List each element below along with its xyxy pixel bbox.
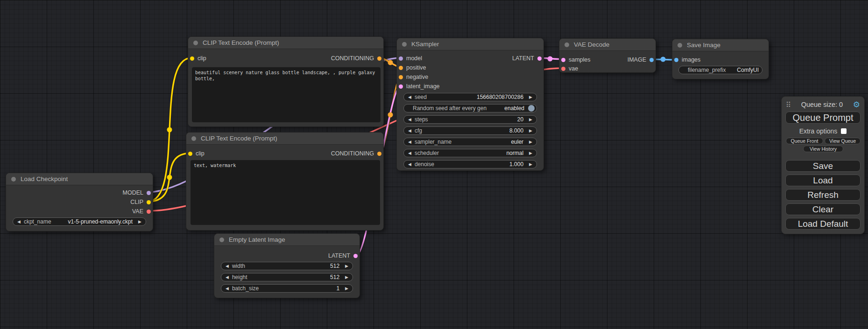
next-value-icon[interactable]: ▶ (136, 220, 143, 224)
output-slot-latent[interactable]: LATENT (512, 54, 542, 63)
input-slot-clip[interactable]: clip (190, 54, 206, 63)
slot-dot-conditioning[interactable] (399, 66, 403, 70)
node-title-bar[interactable]: KSampler (397, 38, 543, 50)
collapse-dot-icon[interactable] (193, 41, 198, 45)
view-queue-button[interactable]: View Queue (825, 138, 861, 144)
slot-dot-clip[interactable] (147, 200, 151, 204)
node-save-image[interactable]: Save Image images filename_prefix ComfyU… (672, 39, 769, 79)
prev-value-icon[interactable]: ◀ (406, 162, 413, 167)
input-slot-latent-image[interactable]: latent_image (399, 82, 440, 91)
load-default-button[interactable]: Load Default (785, 218, 861, 230)
slot-dot-clip[interactable] (188, 152, 192, 156)
save-button[interactable]: Save (785, 160, 861, 172)
seed-widget[interactable]: ◀ seed 156680208700286 ▶ (403, 93, 537, 101)
slot-dot-clip[interactable] (190, 56, 194, 61)
prev-value-icon[interactable]: ◀ (406, 129, 413, 133)
collapse-dot-icon[interactable] (402, 42, 407, 47)
slot-dot-latent[interactable] (561, 58, 565, 62)
node-clip-text-encode-negative[interactable]: CLIP Text Encode (Prompt) clip CONDITION… (186, 132, 384, 231)
comfy-menu-panel[interactable]: ⠿ Queue size: 0 ⚙ Queue Prompt Extra opt… (781, 96, 865, 234)
sampler-name-widget[interactable]: ◀ sampler_name euler ▶ (403, 138, 537, 146)
load-button[interactable]: Load (785, 175, 861, 186)
output-slot-conditioning[interactable]: CONDITIONING (331, 149, 381, 158)
output-slot-model[interactable]: MODEL (123, 188, 151, 197)
queue-front-button[interactable]: Queue Front (786, 138, 823, 144)
slot-dot-conditioning[interactable] (377, 56, 381, 61)
prev-value-icon[interactable]: ◀ (406, 140, 413, 144)
prev-value-icon[interactable]: ◀ (15, 220, 22, 224)
prev-value-icon[interactable]: ◀ (224, 287, 231, 291)
prev-value-icon[interactable]: ◀ (406, 151, 413, 155)
output-slot-latent[interactable]: LATENT (328, 251, 358, 260)
output-slot-conditioning[interactable]: CONDITIONING (331, 54, 381, 63)
prev-value-icon[interactable]: ◀ (406, 95, 413, 99)
queue-prompt-button[interactable]: Queue Prompt (785, 112, 861, 124)
slot-dot-latent[interactable] (537, 56, 542, 61)
output-slot-clip[interactable]: CLIP (130, 197, 151, 207)
slot-dot-image[interactable] (674, 58, 678, 62)
slot-dot-latent[interactable] (399, 84, 403, 89)
node-vae-decode[interactable]: VAE Decode samples vae IMAGE (559, 38, 656, 73)
slot-dot-latent[interactable] (353, 254, 358, 258)
next-value-icon[interactable]: ▶ (527, 129, 534, 133)
node-load-checkpoint[interactable]: Load Checkpoint MODEL CLIP VAE ◀ ckpt_na… (6, 173, 153, 231)
next-value-icon[interactable]: ▶ (527, 162, 534, 167)
settings-gear-icon[interactable]: ⚙ (853, 101, 860, 109)
prev-value-icon[interactable]: ◀ (224, 275, 231, 280)
width-widget[interactable]: ◀ width 512 ▶ (221, 262, 353, 270)
node-title-bar[interactable]: Save Image (672, 39, 769, 51)
input-slot-images[interactable]: images (674, 55, 700, 64)
node-ksampler[interactable]: KSampler model positive negative latent_… (396, 38, 544, 171)
slot-dot-vae[interactable] (561, 67, 565, 71)
cfg-widget[interactable]: ◀ cfg 8.000 ▶ (403, 126, 537, 135)
prev-value-icon[interactable]: ◀ (224, 264, 231, 268)
denoise-widget[interactable]: ◀ denoise 1.000 ▶ (403, 160, 537, 168)
negative-prompt-textarea[interactable]: text, watermark (191, 160, 380, 225)
node-title-bar[interactable]: CLIP Text Encode (Prompt) (188, 37, 383, 49)
input-slot-clip[interactable]: clip (188, 149, 205, 158)
next-value-icon[interactable]: ▶ (527, 140, 534, 144)
next-value-icon[interactable]: ▶ (343, 287, 350, 291)
slot-dot-image[interactable] (649, 58, 654, 62)
slot-dot-model[interactable] (399, 56, 403, 61)
input-slot-positive[interactable]: positive (399, 63, 426, 72)
node-title-bar[interactable]: CLIP Text Encode (Prompt) (186, 133, 383, 145)
input-slot-model[interactable]: model (399, 54, 422, 63)
output-slot-vae[interactable]: VAE (132, 207, 151, 216)
prev-value-icon[interactable]: ◀ (406, 118, 413, 122)
collapse-dot-icon[interactable] (191, 136, 196, 141)
collapse-dot-icon[interactable] (677, 43, 682, 48)
random-seed-toggle-widget[interactable]: Random seed after every gen enabled (403, 104, 537, 112)
height-widget[interactable]: ◀ height 512 ▶ (221, 273, 353, 281)
node-graph-canvas[interactable]: Load Checkpoint MODEL CLIP VAE ◀ ckpt_na… (0, 0, 868, 329)
collapse-dot-icon[interactable] (565, 42, 569, 47)
ckpt-name-widget[interactable]: ◀ ckpt_name v1-5-pruned-emaonly.ckpt ▶ (13, 217, 146, 226)
drag-handle-icon[interactable]: ⠿ (786, 101, 791, 108)
node-empty-latent-image[interactable]: Empty Latent Image LATENT ◀ width 512 ▶ … (214, 233, 360, 298)
extra-options-checkbox[interactable] (841, 128, 847, 134)
collapse-dot-icon[interactable] (11, 177, 16, 182)
output-slot-image[interactable]: IMAGE (628, 55, 654, 64)
collapse-dot-icon[interactable] (219, 238, 224, 242)
next-value-icon[interactable]: ▶ (343, 264, 350, 268)
next-value-icon[interactable]: ▶ (343, 275, 350, 280)
positive-prompt-textarea[interactable]: beautiful scenery nature glass bottle la… (192, 67, 381, 122)
next-value-icon[interactable]: ▶ (527, 151, 534, 155)
node-title-bar[interactable]: Empty Latent Image (214, 234, 360, 246)
next-value-icon[interactable]: ▶ (527, 95, 534, 99)
input-slot-vae[interactable]: vae (561, 64, 578, 73)
clear-button[interactable]: Clear (785, 203, 861, 215)
slot-dot-conditioning[interactable] (399, 75, 403, 79)
next-value-icon[interactable]: ▶ (527, 118, 534, 122)
refresh-button[interactable]: Refresh (785, 189, 861, 201)
node-clip-text-encode-positive[interactable]: CLIP Text Encode (Prompt) clip CONDITION… (188, 36, 384, 127)
view-history-button[interactable]: View History (803, 146, 843, 152)
input-slot-samples[interactable]: samples (561, 55, 591, 64)
slot-dot-vae[interactable] (147, 210, 151, 214)
node-title-bar[interactable]: Load Checkpoint (6, 173, 153, 185)
input-slot-negative[interactable]: negative (399, 72, 428, 82)
node-title-bar[interactable]: VAE Decode (559, 39, 656, 51)
toggle-circle-icon[interactable] (528, 105, 535, 112)
filename-prefix-widget[interactable]: filename_prefix ComfyUI (678, 66, 762, 74)
slot-dot-model[interactable] (147, 191, 151, 195)
